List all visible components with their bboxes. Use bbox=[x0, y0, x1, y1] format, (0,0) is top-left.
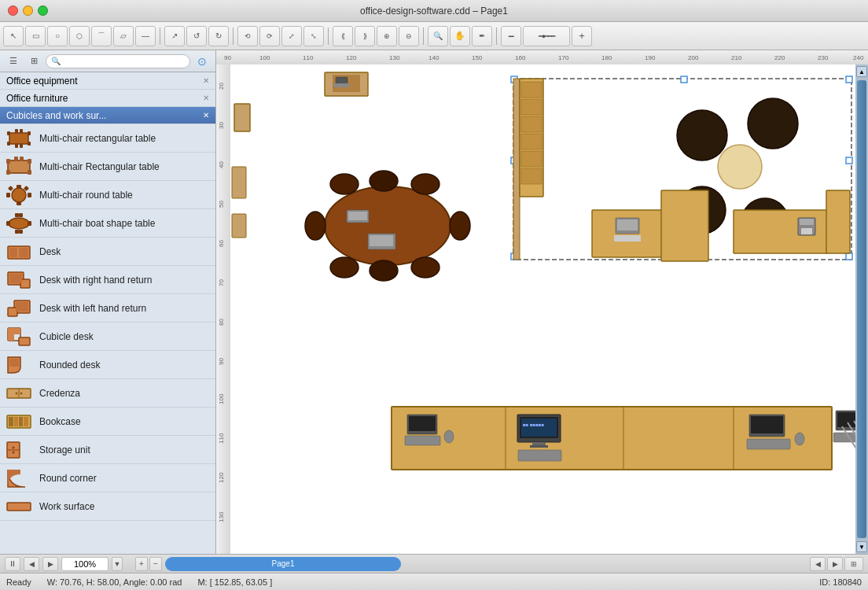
zoom-down-button[interactable]: ▼ bbox=[112, 557, 123, 571]
svg-text:130: 130 bbox=[218, 511, 225, 522]
scroll-up-button[interactable]: ▲ bbox=[856, 66, 867, 77]
fit-button[interactable]: ⊞ bbox=[844, 557, 863, 571]
line-tool-button[interactable]: — bbox=[135, 26, 156, 46]
remove-page-button[interactable]: − bbox=[149, 557, 162, 571]
category-office-furniture[interactable]: Office furniture ✕ bbox=[0, 90, 215, 107]
next-page-button[interactable]: ▶ bbox=[42, 557, 58, 571]
minimize-button[interactable] bbox=[23, 6, 33, 16]
svg-rect-42 bbox=[19, 337, 30, 345]
item-label-multi-chair-rect1: Multi-chair rectangular table bbox=[39, 133, 156, 144]
panel-menu-icon[interactable]: ☰ bbox=[5, 53, 22, 70]
align-right-button[interactable]: ⟫ bbox=[355, 26, 375, 46]
window-controls[interactable] bbox=[8, 6, 48, 16]
svg-text:20: 20 bbox=[218, 83, 225, 90]
zoom-out-minus-button[interactable]: − bbox=[501, 26, 521, 46]
svg-rect-122 bbox=[521, 116, 542, 132]
svg-text:210: 210 bbox=[731, 54, 742, 61]
drawing-area[interactable]: ■■ ■■■■■ bbox=[230, 65, 855, 554]
svg-point-96 bbox=[325, 186, 451, 265]
svg-point-127 bbox=[748, 98, 798, 149]
flip-v-button[interactable]: ⤡ bbox=[303, 26, 324, 46]
arc-tool-button[interactable]: ⌒ bbox=[91, 26, 112, 46]
arrow-tool-button[interactable]: ↗ bbox=[164, 26, 185, 46]
svg-rect-167 bbox=[232, 214, 246, 238]
list-item-desk-left[interactable]: Desk with left hand return bbox=[0, 294, 215, 323]
add-page-button[interactable]: + bbox=[135, 557, 148, 571]
item-label-desk-left: Desk with left hand return bbox=[39, 303, 146, 314]
list-item-multi-chair-rect1[interactable]: Multi-chair rectangular table bbox=[0, 124, 215, 153]
category-close-icon[interactable]: ✕ bbox=[203, 94, 209, 102]
ruler-vertical: 20 30 40 50 60 70 80 90 100 110 120 130 bbox=[216, 65, 230, 554]
svg-rect-111 bbox=[681, 76, 687, 83]
scroll-left-button[interactable]: ◀ bbox=[810, 557, 826, 571]
list-item-desk[interactable]: Desk bbox=[0, 238, 215, 266]
rect-tool-button[interactable]: ▭ bbox=[25, 26, 46, 46]
pen-button[interactable]: ✒ bbox=[472, 26, 492, 46]
svg-point-104 bbox=[450, 212, 470, 240]
list-item-storage-unit[interactable]: Storage unit bbox=[0, 436, 215, 464]
svg-rect-146 bbox=[409, 416, 436, 431]
svg-rect-27 bbox=[19, 230, 23, 234]
svg-rect-4 bbox=[28, 142, 31, 146]
polygon-tool-button[interactable]: ⬡ bbox=[69, 26, 90, 46]
redo-button[interactable]: ↻ bbox=[208, 26, 229, 46]
prev-page-button[interactable]: ◀ bbox=[24, 557, 39, 571]
ellipse-tool-button[interactable]: ○ bbox=[47, 26, 68, 46]
category-office-equipment[interactable]: Office equipment ✕ bbox=[0, 72, 215, 90]
rotate-cw-button[interactable]: ⟳ bbox=[259, 26, 280, 46]
item-label-multi-chair-boat: Multi-chair boat shape table bbox=[39, 218, 155, 229]
list-item-multi-chair-rect2[interactable]: Multi-chair Rectangular table bbox=[0, 153, 215, 181]
ungroup-button[interactable]: ⊖ bbox=[399, 26, 419, 46]
select-tool-button[interactable]: ↖ bbox=[3, 26, 24, 46]
svg-text:110: 110 bbox=[303, 54, 314, 61]
items-list: Multi-chair rectangular table Multi-cha bbox=[0, 124, 215, 554]
maximize-button[interactable] bbox=[38, 6, 48, 16]
svg-text:190: 190 bbox=[645, 54, 656, 61]
svg-text:50: 50 bbox=[218, 201, 225, 208]
svg-rect-94 bbox=[333, 83, 349, 87]
pause-button[interactable]: ⏸ bbox=[5, 557, 20, 571]
svg-point-56 bbox=[13, 451, 15, 453]
zoom-slider-button[interactable]: ━●━━━ bbox=[523, 26, 570, 46]
svg-rect-121 bbox=[521, 99, 542, 115]
list-item-work-surface[interactable]: Work surface bbox=[0, 492, 215, 521]
svg-point-126 bbox=[677, 110, 727, 160]
list-item-bookcase[interactable]: Bookcase bbox=[0, 407, 215, 436]
search-submit-icon[interactable]: ⊙ bbox=[193, 53, 211, 70]
flip-h-button[interactable]: ⤢ bbox=[281, 26, 302, 46]
group-button[interactable]: ⊕ bbox=[377, 26, 397, 46]
list-item-multi-chair-round[interactable]: Multi-chair round table bbox=[0, 181, 215, 209]
svg-rect-10 bbox=[6, 159, 10, 164]
svg-rect-15 bbox=[20, 157, 24, 161]
category-close-icon[interactable]: ✕ bbox=[203, 76, 209, 85]
list-item-cubicle-desk[interactable]: Cubicle desk bbox=[0, 323, 215, 351]
rotate-ccw-button[interactable]: ⟲ bbox=[237, 26, 258, 46]
close-button[interactable] bbox=[8, 6, 18, 16]
pan-button[interactable]: ✋ bbox=[450, 26, 470, 46]
search-input[interactable] bbox=[64, 57, 185, 66]
scroll-right-button[interactable]: ▶ bbox=[827, 557, 843, 571]
list-item-multi-chair-boat[interactable]: Multi-chair boat shape table bbox=[0, 209, 215, 238]
list-item-rounded-desk[interactable]: Rounded desk bbox=[0, 351, 215, 379]
item-icon-desk-left bbox=[5, 297, 33, 320]
zoom-plus-button[interactable]: + bbox=[572, 26, 592, 46]
undo-button[interactable]: ↺ bbox=[186, 26, 207, 46]
page-indicator[interactable]: Page1 bbox=[165, 557, 401, 571]
align-left-button[interactable]: ⟪ bbox=[333, 26, 353, 46]
category-cubicles[interactable]: Cubicles and work sur... ✕ bbox=[0, 107, 215, 124]
panel-list-icon[interactable]: ⊞ bbox=[25, 53, 42, 70]
item-icon-work-surface bbox=[5, 495, 33, 518]
list-item-desk-right[interactable]: Desk with right hand return bbox=[0, 266, 215, 294]
right-scrollbar[interactable]: ▲ ▼ bbox=[855, 65, 868, 554]
parallelogram-tool-button[interactable]: ▱ bbox=[113, 26, 134, 46]
scroll-thumb[interactable] bbox=[857, 80, 866, 538]
list-item-credenza[interactable]: Credenza bbox=[0, 379, 215, 407]
search-box[interactable]: 🔍 bbox=[46, 54, 190, 68]
zoom-in-button[interactable]: 🔍 bbox=[428, 26, 448, 46]
scroll-down-button[interactable]: ▼ bbox=[856, 541, 867, 552]
category-close-active-icon[interactable]: ✕ bbox=[203, 111, 209, 120]
canvas-area[interactable]: 90 100 110 120 130 140 150 160 170 180 1… bbox=[216, 50, 868, 554]
svg-rect-52 bbox=[24, 417, 28, 426]
list-item-round-corner[interactable]: Round corner bbox=[0, 464, 215, 492]
item-label-work-surface: Work surface bbox=[39, 501, 94, 512]
